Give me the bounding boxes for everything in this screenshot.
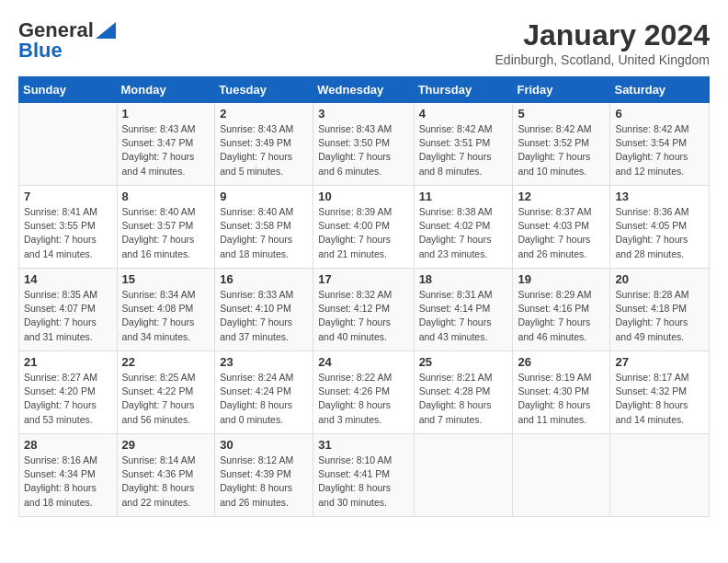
day-number: 8 (122, 190, 210, 203)
logo-icon (96, 22, 116, 39)
week-row-4: 21 Sunrise: 8:27 AMSunset: 4:20 PMDaylig… (19, 351, 710, 434)
header-sunday: Sunday (19, 77, 118, 103)
day-detail: Sunrise: 8:27 AMSunset: 4:20 PMDaylight:… (24, 372, 97, 425)
day-cell (19, 103, 118, 186)
day-detail: Sunrise: 8:17 AMSunset: 4:32 PMDaylight:… (615, 372, 688, 425)
day-detail: Sunrise: 8:39 AMSunset: 4:00 PMDaylight:… (318, 206, 392, 259)
day-detail: Sunrise: 8:29 AMSunset: 4:16 PMDaylight:… (518, 289, 591, 342)
week-row-2: 7 Sunrise: 8:41 AMSunset: 3:55 PMDayligh… (19, 186, 710, 269)
day-cell: 29 Sunrise: 8:14 AMSunset: 4:36 PMDaylig… (117, 434, 215, 517)
day-detail: Sunrise: 8:42 AMSunset: 3:52 PMDaylight:… (518, 123, 591, 177)
day-cell: 12 Sunrise: 8:37 AMSunset: 4:03 PMDaylig… (513, 186, 610, 269)
day-cell (513, 434, 610, 517)
day-cell: 10 Sunrise: 8:39 AMSunset: 4:00 PMDaylig… (313, 186, 414, 269)
day-cell: 28 Sunrise: 8:16 AMSunset: 4:34 PMDaylig… (19, 434, 118, 517)
day-detail: Sunrise: 8:40 AMSunset: 3:57 PMDaylight:… (122, 206, 196, 259)
day-cell: 16 Sunrise: 8:33 AMSunset: 4:10 PMDaylig… (215, 269, 313, 351)
day-number: 18 (419, 272, 508, 286)
day-number: 6 (615, 107, 704, 121)
svg-marker-0 (96, 22, 116, 39)
day-detail: Sunrise: 8:42 AMSunset: 3:54 PMDaylight:… (615, 123, 688, 177)
day-number: 29 (122, 438, 210, 452)
day-cell: 27 Sunrise: 8:17 AMSunset: 4:32 PMDaylig… (610, 351, 710, 434)
day-detail: Sunrise: 8:22 AMSunset: 4:26 PMDaylight:… (318, 372, 392, 425)
day-cell: 5 Sunrise: 8:42 AMSunset: 3:52 PMDayligh… (513, 103, 610, 186)
day-number: 21 (24, 355, 112, 369)
header-tuesday: Tuesday (215, 77, 313, 103)
day-cell (414, 434, 513, 517)
day-cell: 22 Sunrise: 8:25 AMSunset: 4:22 PMDaylig… (117, 351, 215, 434)
day-number: 27 (615, 355, 704, 369)
day-detail: Sunrise: 8:37 AMSunset: 4:03 PMDaylight:… (518, 206, 591, 259)
day-number: 4 (419, 107, 508, 121)
logo: General Blue (18, 18, 116, 63)
day-detail: Sunrise: 8:43 AMSunset: 3:49 PMDaylight:… (220, 123, 293, 177)
day-cell: 2 Sunrise: 8:43 AMSunset: 3:49 PMDayligh… (215, 103, 313, 186)
day-number: 5 (518, 107, 605, 121)
day-detail: Sunrise: 8:43 AMSunset: 3:50 PMDaylight:… (318, 123, 392, 177)
page-header: General Blue January 2024 Edinburgh, Sco… (18, 18, 710, 67)
day-cell: 24 Sunrise: 8:22 AMSunset: 4:26 PMDaylig… (313, 351, 414, 434)
day-cell: 13 Sunrise: 8:36 AMSunset: 4:05 PMDaylig… (610, 186, 710, 269)
day-cell: 8 Sunrise: 8:40 AMSunset: 3:57 PMDayligh… (117, 186, 215, 269)
day-cell: 9 Sunrise: 8:40 AMSunset: 3:58 PMDayligh… (215, 186, 313, 269)
day-detail: Sunrise: 8:33 AMSunset: 4:10 PMDaylight:… (220, 289, 293, 342)
header-wednesday: Wednesday (313, 77, 414, 103)
day-detail: Sunrise: 8:36 AMSunset: 4:05 PMDaylight:… (615, 206, 688, 259)
day-number: 14 (24, 272, 112, 286)
day-number: 12 (518, 190, 605, 203)
day-number: 15 (122, 272, 210, 286)
day-cell: 17 Sunrise: 8:32 AMSunset: 4:12 PMDaylig… (313, 269, 414, 351)
day-detail: Sunrise: 8:38 AMSunset: 4:02 PMDaylight:… (419, 206, 493, 259)
day-number: 7 (24, 190, 112, 203)
day-number: 1 (122, 107, 210, 121)
logo-blue: Blue (18, 39, 63, 63)
header-monday: Monday (117, 77, 215, 103)
day-cell (610, 434, 710, 517)
day-detail: Sunrise: 8:43 AMSunset: 3:47 PMDaylight:… (122, 123, 196, 177)
day-cell: 4 Sunrise: 8:42 AMSunset: 3:51 PMDayligh… (414, 103, 513, 186)
day-cell: 20 Sunrise: 8:28 AMSunset: 4:18 PMDaylig… (610, 269, 710, 351)
day-detail: Sunrise: 8:28 AMSunset: 4:18 PMDaylight:… (615, 289, 688, 342)
header-friday: Friday (513, 77, 610, 103)
day-number: 13 (615, 190, 704, 203)
location: Edinburgh, Scotland, United Kingdom (495, 52, 710, 67)
day-cell: 18 Sunrise: 8:31 AMSunset: 4:14 PMDaylig… (414, 269, 513, 351)
day-detail: Sunrise: 8:10 AMSunset: 4:41 PMDaylight:… (318, 454, 392, 508)
day-number: 24 (318, 355, 408, 369)
day-number: 11 (419, 190, 508, 203)
day-detail: Sunrise: 8:24 AMSunset: 4:24 PMDaylight:… (220, 372, 293, 425)
day-detail: Sunrise: 8:40 AMSunset: 3:58 PMDaylight:… (220, 206, 293, 259)
week-row-3: 14 Sunrise: 8:35 AMSunset: 4:07 PMDaylig… (19, 269, 710, 351)
calendar-table: SundayMondayTuesdayWednesdayThursdayFrid… (18, 76, 710, 517)
day-number: 19 (518, 272, 605, 286)
day-detail: Sunrise: 8:42 AMSunset: 3:51 PMDaylight:… (419, 123, 493, 177)
day-number: 31 (318, 438, 408, 452)
day-cell: 1 Sunrise: 8:43 AMSunset: 3:47 PMDayligh… (117, 103, 215, 186)
header-saturday: Saturday (610, 77, 710, 103)
day-number: 10 (318, 190, 408, 203)
day-detail: Sunrise: 8:35 AMSunset: 4:07 PMDaylight:… (24, 289, 97, 342)
header-thursday: Thursday (414, 77, 513, 103)
day-cell: 14 Sunrise: 8:35 AMSunset: 4:07 PMDaylig… (19, 269, 118, 351)
day-detail: Sunrise: 8:32 AMSunset: 4:12 PMDaylight:… (318, 289, 392, 342)
day-number: 16 (220, 272, 308, 286)
day-number: 30 (220, 438, 308, 452)
day-cell: 19 Sunrise: 8:29 AMSunset: 4:16 PMDaylig… (513, 269, 610, 351)
day-cell: 3 Sunrise: 8:43 AMSunset: 3:50 PMDayligh… (313, 103, 414, 186)
day-number: 3 (318, 107, 408, 121)
day-cell: 30 Sunrise: 8:12 AMSunset: 4:39 PMDaylig… (215, 434, 313, 517)
title-block: January 2024 Edinburgh, Scotland, United… (495, 18, 710, 67)
month-year: January 2024 (495, 18, 710, 52)
day-detail: Sunrise: 8:31 AMSunset: 4:14 PMDaylight:… (419, 289, 493, 342)
day-number: 23 (220, 355, 308, 369)
day-cell: 7 Sunrise: 8:41 AMSunset: 3:55 PMDayligh… (19, 186, 118, 269)
day-cell: 31 Sunrise: 8:10 AMSunset: 4:41 PMDaylig… (313, 434, 414, 517)
day-detail: Sunrise: 8:25 AMSunset: 4:22 PMDaylight:… (122, 372, 196, 425)
day-number: 9 (220, 190, 308, 203)
day-number: 25 (419, 355, 508, 369)
day-detail: Sunrise: 8:41 AMSunset: 3:55 PMDaylight:… (24, 206, 97, 259)
day-detail: Sunrise: 8:16 AMSunset: 4:34 PMDaylight:… (24, 454, 97, 508)
day-cell: 26 Sunrise: 8:19 AMSunset: 4:30 PMDaylig… (513, 351, 610, 434)
day-number: 2 (220, 107, 308, 121)
